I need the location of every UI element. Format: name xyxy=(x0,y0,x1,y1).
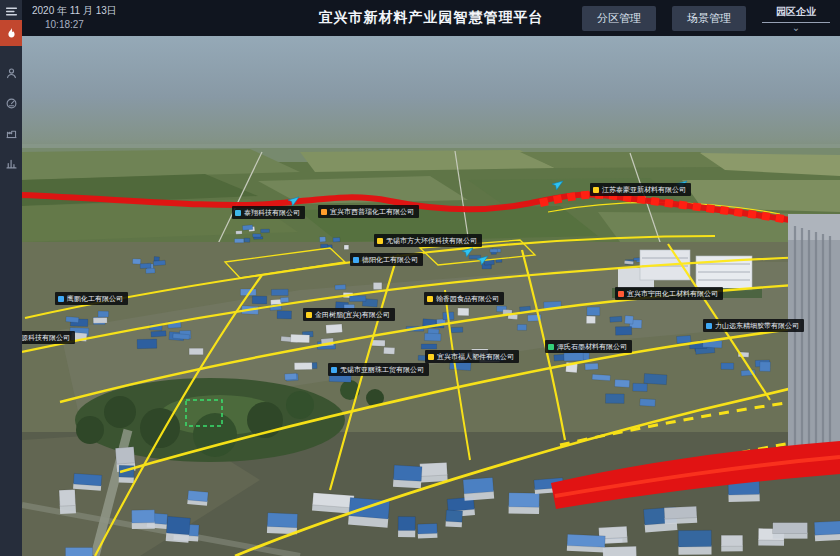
company-name: 潭氏石墨材料有限公司 xyxy=(557,343,627,350)
zone-management-button[interactable]: 分区管理 xyxy=(582,6,656,31)
company-icon xyxy=(428,354,434,360)
company-icon xyxy=(593,187,599,193)
company-icon xyxy=(58,296,64,302)
park-enterprise-dropdown[interactable]: 园区企业 ⌄ xyxy=(762,5,830,31)
bar-chart-icon xyxy=(5,157,18,170)
company-name: 金田树脂(宜兴)有限公司 xyxy=(315,311,390,318)
company-icon xyxy=(548,344,554,350)
sidebar-item-fire-monitor[interactable] xyxy=(0,20,22,46)
company-label[interactable]: 无锡市方大环保科技有限公司 xyxy=(374,234,482,247)
company-name: 泰翔科技有限公司 xyxy=(244,209,300,216)
company-name: 宜兴市西普瑞化工有限公司 xyxy=(330,208,414,215)
company-icon xyxy=(306,312,312,318)
company-label[interactable]: 金田树脂(宜兴)有限公司 xyxy=(303,308,395,321)
time-label: 10:18:27 xyxy=(45,18,117,33)
date-label: 2020 年 11 月 13日 xyxy=(32,4,117,19)
scene-management-button[interactable]: 场景管理 xyxy=(672,6,746,31)
topbar-actions: 分区管理 场景管理 园区企业 ⌄ xyxy=(582,5,830,31)
company-name: 翰香园食品有限公司 xyxy=(436,295,499,302)
company-name: 鹰鹏化工有限公司 xyxy=(67,295,123,302)
gauge-icon xyxy=(5,97,18,110)
company-icon xyxy=(235,210,241,216)
sidebar-item-gauge[interactable] xyxy=(0,88,22,118)
company-label[interactable]: 翰香园食品有限公司 xyxy=(424,292,504,305)
company-name: 丰源科技有限公司 xyxy=(22,334,70,341)
company-name: 力山远东精细胶带有限公司 xyxy=(715,322,799,329)
topbar: 2020 年 11 月 13日 10:18:27 宜兴市新材料产业园智慧管理平台… xyxy=(22,0,840,36)
company-name: 宜兴市福人塑件有限公司 xyxy=(437,353,514,360)
sidebar xyxy=(0,0,22,556)
dropdown-label: 园区企业 xyxy=(762,5,830,23)
company-name: 无锡市亚丽珠工贸有限公司 xyxy=(340,366,424,373)
sidebar-item-enterprise[interactable] xyxy=(0,118,22,148)
company-icon xyxy=(331,367,337,373)
hamburger-icon xyxy=(5,5,18,18)
map-3d-view[interactable]: 泰翔科技有限公司宜兴市西普瑞化工有限公司无锡市方大环保科技有限公司德阳化工有限公… xyxy=(22,36,840,556)
page-title: 宜兴市新材料产业园智慧管理平台 xyxy=(319,9,544,27)
app-root: 泰翔科技有限公司宜兴市西普瑞化工有限公司无锡市方大环保科技有限公司德阳化工有限公… xyxy=(0,0,840,556)
chevron-down-icon: ⌄ xyxy=(762,24,830,31)
company-label[interactable]: 泰翔科技有限公司 xyxy=(232,206,305,219)
company-label[interactable]: 德阳化工有限公司 xyxy=(350,253,423,266)
company-name: 无锡市方大环保科技有限公司 xyxy=(386,237,477,244)
sidebar-item-statistics[interactable] xyxy=(0,148,22,178)
company-label[interactable]: 鹰鹏化工有限公司 xyxy=(55,292,128,305)
company-label[interactable]: 宜兴市宇田化工材料有限公司 xyxy=(615,287,723,300)
person-icon xyxy=(5,67,18,80)
company-label[interactable]: 无锡市亚丽珠工贸有限公司 xyxy=(328,363,429,376)
flame-icon xyxy=(5,27,18,40)
company-label[interactable]: 江苏泰豪亚新材料有限公司 xyxy=(590,183,691,196)
company-icon xyxy=(706,323,712,329)
factory-icon xyxy=(5,127,18,140)
company-label[interactable]: 力山远东精细胶带有限公司 xyxy=(703,319,804,332)
sidebar-item-personnel[interactable] xyxy=(0,58,22,88)
company-name: 德阳化工有限公司 xyxy=(362,256,418,263)
company-label[interactable]: 潭氏石墨材料有限公司 xyxy=(545,340,632,353)
sidebar-item-menu[interactable] xyxy=(0,2,22,20)
company-label[interactable]: 宜兴市福人塑件有限公司 xyxy=(425,350,519,363)
company-icon xyxy=(377,238,383,244)
company-name: 江苏泰豪亚新材料有限公司 xyxy=(602,186,686,193)
company-icon xyxy=(353,257,359,263)
company-icon xyxy=(321,209,327,215)
company-label[interactable]: 宜兴市西普瑞化工有限公司 xyxy=(318,205,419,218)
datetime-block: 2020 年 11 月 13日 10:18:27 xyxy=(32,4,117,33)
company-name: 宜兴市宇田化工材料有限公司 xyxy=(627,290,718,297)
company-icon xyxy=(618,291,624,297)
company-label[interactable]: 丰源科技有限公司 xyxy=(22,331,75,344)
company-icon xyxy=(427,296,433,302)
